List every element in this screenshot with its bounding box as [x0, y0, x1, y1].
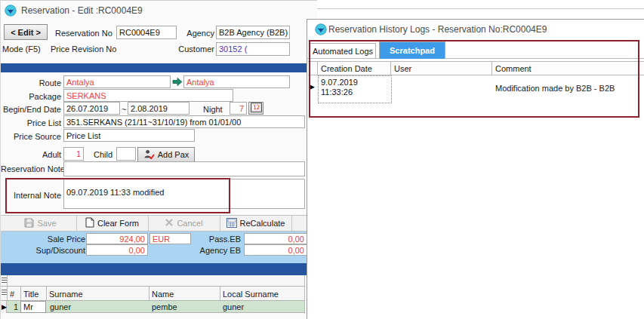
calculator-icon: [226, 218, 237, 229]
screen: Reservation - Edit :RC0004E9 < Edit > Re…: [0, 0, 644, 319]
night-field[interactable]: 7: [230, 102, 247, 115]
package-field[interactable]: SERKANS: [63, 89, 233, 102]
route-to-field[interactable]: Antalya: [183, 75, 290, 88]
pax-cell-surname[interactable]: guner: [50, 302, 71, 311]
pax-grid-toolbar-row: [1, 275, 304, 287]
agency-eb-label: Agency EB: [182, 246, 241, 255]
child-field[interactable]: [116, 147, 136, 161]
add-pax-label: Add Pax: [158, 150, 190, 159]
window-title: Reservation - Edit :RC0004E9: [21, 5, 143, 16]
clear-form-label: Clear Form: [97, 219, 139, 228]
begin-date-field[interactable]: 26.07.2019: [63, 102, 120, 115]
pax-col-title[interactable]: Title: [23, 290, 39, 299]
cancel-button[interactable]: Cancel: [148, 216, 220, 231]
agency-label: Agency: [154, 29, 214, 38]
agency-eb-field[interactable]: 0,00: [244, 244, 307, 256]
history-logs-window: Reservation History Logs - Reservation N…: [307, 19, 644, 319]
route-label: Route: [1, 78, 61, 87]
route-from-field[interactable]: Antalya: [63, 75, 171, 88]
reservation-edit-window: Reservation - Edit :RC0004E9 < Edit > Re…: [0, 0, 317, 319]
svg-text:12: 12: [253, 104, 260, 111]
x-icon: [165, 218, 174, 229]
sale-price-field[interactable]: 924,00: [86, 233, 148, 244]
grid-col-line: [220, 287, 220, 301]
night-label: Night: [203, 105, 223, 114]
price-revision-label: Price Revision No: [51, 44, 116, 54]
route-arrow-icon: [172, 77, 183, 87]
section-divider-bar: [1, 263, 307, 275]
annotation-box-internal-note: [5, 178, 230, 213]
app-logo-icon: [5, 5, 17, 17]
pax-col-local-surname[interactable]: Local Surname: [223, 290, 279, 299]
price-list-field[interactable]: 351.SERKANS (21/11~31/10/19) from 01/01/…: [63, 115, 305, 128]
mode-label: Mode (F5): [2, 44, 41, 54]
reservation-note-field[interactable]: [63, 161, 305, 176]
annotation-box-history-logs: [309, 40, 639, 118]
recalculate-button[interactable]: ReCalculate: [220, 216, 291, 231]
edit-mode-button[interactable]: < Edit >: [4, 24, 48, 40]
recalculate-label: ReCalculate: [240, 219, 285, 228]
cancel-label: Cancel: [177, 219, 202, 228]
adult-label: Adult: [1, 150, 61, 159]
sale-price-label: Sale Price: [1, 235, 85, 244]
package-label: Package: [1, 92, 61, 101]
save-label: Save: [37, 219, 56, 228]
grid-col-line: [149, 287, 149, 301]
window-title: Reservation History Logs - Reservation N…: [328, 24, 547, 35]
calendar-icon: 12: [251, 103, 262, 114]
pax-col-num[interactable]: #: [10, 290, 14, 299]
grid-col-line: [7, 275, 8, 301]
app-logo-icon: [315, 23, 327, 35]
reservation-no-label: Reservation No: [55, 29, 112, 38]
child-label: Child: [94, 150, 112, 159]
save-button[interactable]: Save: [5, 216, 76, 231]
blank-page-icon: [85, 217, 94, 229]
pax-cell-name[interactable]: pembe: [152, 302, 177, 311]
row-marker-triangle: ▶: [2, 304, 7, 311]
date-separator: ~: [122, 105, 126, 114]
toolbar-separator: [291, 216, 292, 231]
add-pax-button[interactable]: Add Pax: [137, 147, 195, 162]
calendar-button[interactable]: 12: [248, 102, 263, 115]
pax-col-name[interactable]: Name: [152, 290, 174, 299]
sup-discount-label: Sup/Discount: [1, 246, 85, 255]
grid-right-edge: [304, 275, 305, 314]
agency-field[interactable]: B2B Agency (B2B): [216, 26, 290, 39]
pass-eb-field[interactable]: 0,00: [244, 233, 307, 244]
frame-top-line: [289, 8, 644, 9]
sup-discount-field[interactable]: 0,00: [86, 244, 148, 256]
grid-col-line: [46, 287, 47, 301]
grid-col-line: [20, 287, 21, 301]
begin-end-date-label: Begin/End Date: [1, 105, 61, 114]
price-source-label: Price Source: [1, 132, 61, 141]
end-date-field[interactable]: 2.08.2019: [128, 102, 190, 115]
pax-cell-num[interactable]: 1: [7, 302, 18, 311]
pax-col-surname[interactable]: Surname: [49, 290, 83, 299]
price-list-label: Price List: [1, 118, 61, 127]
pass-eb-label: Pass.EB: [182, 235, 241, 244]
price-source-field[interactable]: Price List: [63, 129, 195, 142]
customer-label: Customer: [154, 44, 214, 54]
section-divider-bar: [1, 63, 307, 72]
reservation-note-label: Reservation Note: [1, 164, 61, 173]
clear-form-button[interactable]: Clear Form: [76, 216, 148, 231]
pax-cell-title[interactable]: Mr: [20, 301, 46, 313]
adult-field[interactable]: 1: [63, 147, 84, 161]
pax-cell-local-surname[interactable]: guner: [223, 302, 244, 311]
floppy-icon: [24, 218, 34, 229]
customer-field[interactable]: 30152 (: [216, 42, 290, 56]
person-check-icon: [143, 149, 155, 161]
